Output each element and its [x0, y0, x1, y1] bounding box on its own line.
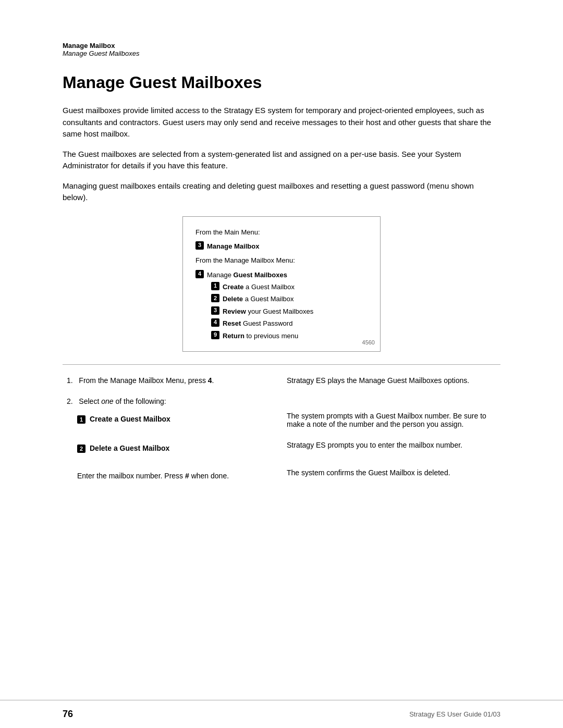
badge-3: 3: [195, 241, 204, 250]
sub-step-1: 1 Create a Guest Mailbox: [77, 415, 271, 424]
enter-mailbox-result: The system confirms the Guest Mailbox is…: [282, 465, 500, 483]
badge-sub-4: 4: [211, 318, 219, 327]
step-1-row: 1. From the Manage Mailbox Menu, press 4…: [63, 373, 500, 388]
spacer-3: [63, 459, 500, 465]
menu-item-4-label: Manage Guest Mailboxes: [207, 269, 287, 281]
enter-mailbox-row: Enter the mailbox number. Press # when d…: [63, 465, 500, 483]
step-2-text: Select one of the following:: [79, 397, 166, 405]
sub-item-9-label: Return to previous menu: [223, 330, 298, 342]
sub-step-1-row: 1 Create a Guest Mailbox The system prom…: [63, 409, 500, 431]
sub-step-1-label: Create a Guest Mailbox: [90, 415, 170, 423]
footer-page-num: 76: [63, 709, 73, 720]
step-2-result: [282, 394, 500, 409]
step-1-result: Stratagy ES plays the Manage Guest Mailb…: [282, 373, 500, 388]
enter-mailbox-text: Enter the mailbox number. Press # when d…: [77, 472, 271, 480]
step-1-text: From the Manage Mailbox Menu, press 4.: [79, 376, 214, 385]
step-2-row: 2. Select one of the following:: [63, 394, 500, 409]
page-title: Manage Guest Mailboxes: [63, 73, 500, 92]
procedure-table: 1. From the Manage Mailbox Menu, press 4…: [63, 373, 500, 483]
sub-step-2: 2 Delete a Guest Mailbox: [77, 444, 271, 453]
sub-step-2-label: Delete a Guest Mailbox: [90, 444, 169, 452]
badge-sub-2: 2: [211, 294, 219, 302]
sub-step-1-result: The system prompts with a Guest Mailbox …: [282, 409, 500, 431]
breadcrumb-top: Manage Mailbox: [63, 42, 500, 50]
badge-sub-3: 3: [211, 306, 219, 315]
sub-item-4: 4 Reset Guest Password: [211, 317, 368, 329]
paragraph-2: The Guest mailboxes are selected from a …: [63, 149, 500, 172]
sub-step-2-row: 2 Delete a Guest Mailbox Stratagy ES pro…: [63, 438, 500, 459]
sub-item-2: 2 Delete a Guest Mailbox: [211, 293, 368, 305]
step-2-num: 2.: [67, 397, 77, 405]
sub-step-2-col: 2 Delete a Guest Mailbox: [63, 438, 282, 459]
sub-item-3: 3 Review your Guest Mailboxes: [211, 305, 368, 317]
sub-item-3-label: Review your Guest Mailboxes: [223, 305, 313, 317]
enter-mailbox-col: Enter the mailbox number. Press # when d…: [63, 465, 282, 483]
badge-proc-1: 1: [77, 415, 85, 424]
footer-doc-info: Stratagy ES User Guide 01/03: [409, 710, 500, 718]
sub-item-4-label: Reset Guest Password: [223, 317, 292, 329]
badge-sub-1: 1: [211, 282, 219, 290]
spacer-1: [63, 388, 500, 394]
from-main-label: From the Main Menu:: [195, 226, 368, 238]
sub-item-2-label: Delete a Guest Mailbox: [223, 293, 294, 305]
sub-item-9: 9 Return to previous menu: [211, 330, 368, 342]
sub-items: 1 Create a Guest Mailbox 2 Delete a Gues…: [211, 281, 368, 342]
step-1-num: 1.: [67, 376, 77, 385]
badge-4: 4: [195, 270, 204, 278]
from-manage-label: From the Manage Mailbox Menu:: [195, 254, 368, 266]
main-content: Manage Guest Mailboxes Guest mailboxes p…: [0, 68, 563, 700]
step-1-col: 1. From the Manage Mailbox Menu, press 4…: [63, 373, 282, 388]
procedure-section: 1. From the Manage Mailbox Menu, press 4…: [63, 373, 500, 493]
menu-item-3: 3 Manage Mailbox: [195, 240, 368, 252]
sub-item-1-label: Create a Guest Mailbox: [223, 281, 295, 293]
diagram-number: 4560: [362, 338, 375, 348]
menu-item-4: 4 Manage Guest Mailboxes: [195, 269, 368, 281]
sub-step-1-col: 1 Create a Guest Mailbox: [63, 409, 282, 431]
step-2-col: 2. Select one of the following:: [63, 394, 282, 409]
badge-proc-2: 2: [77, 445, 85, 453]
paragraph-1: Guest mailboxes provide limited access t…: [63, 105, 500, 140]
sub-step-2-result: Stratagy ES prompts you to enter the mai…: [282, 438, 500, 459]
badge-sub-9: 9: [211, 331, 219, 339]
hr-top: [63, 364, 500, 365]
sub-item-1: 1 Create a Guest Mailbox: [211, 281, 368, 293]
menu-diagram: From the Main Menu: 3 Manage Mailbox Fro…: [182, 216, 381, 352]
menu-item-3-label: Manage Mailbox: [207, 240, 259, 252]
spacer-2: [63, 431, 500, 438]
paragraph-3: Managing guest mailboxes entails creatin…: [63, 180, 500, 204]
page-footer: 76 Stratagy ES User Guide 01/03: [0, 700, 563, 728]
breadcrumb-area: Manage Mailbox Manage Guest Mailboxes: [0, 0, 563, 68]
breadcrumb-sub: Manage Guest Mailboxes: [63, 50, 500, 57]
page: Manage Mailbox Manage Guest Mailboxes Ma…: [0, 0, 563, 728]
